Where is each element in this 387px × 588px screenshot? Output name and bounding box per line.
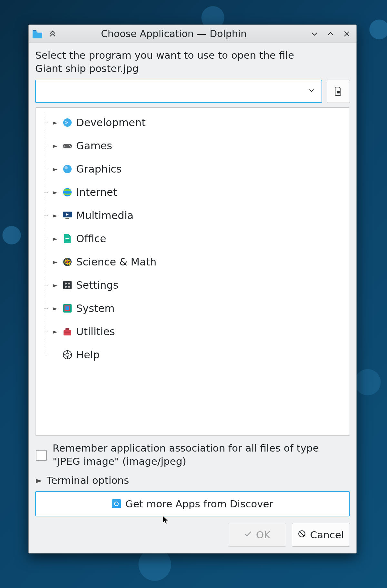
prompt-text: Select the program you want to use to op… — [35, 49, 350, 75]
expand-arrow-icon[interactable]: ► — [52, 234, 59, 243]
graphics-icon — [62, 164, 73, 174]
tree-item-label: Office — [76, 233, 106, 245]
dialog-button-row: OK Cancel — [35, 521, 350, 547]
svg-point-31 — [66, 353, 69, 356]
tree-branch — [43, 297, 48, 320]
svg-point-23 — [68, 286, 70, 288]
tree-item-development[interactable]: ► Development — [43, 111, 346, 134]
cancel-button[interactable]: Cancel — [292, 523, 350, 547]
application-input[interactable] — [40, 86, 306, 97]
window-title: Choose Application — Dolphin — [62, 28, 305, 39]
ok-label: OK — [256, 529, 271, 541]
svg-rect-19 — [63, 281, 72, 289]
ok-button: OK — [228, 523, 286, 547]
expand-arrow-icon[interactable]: ► — [52, 164, 59, 174]
get-more-apps-button[interactable]: Get more Apps from Discover — [35, 491, 350, 516]
expand-arrow-icon[interactable]: ► — [52, 257, 59, 266]
multimedia-icon — [62, 210, 73, 221]
svg-line-33 — [300, 532, 304, 536]
svg-rect-27 — [64, 330, 71, 335]
science-math-icon — [62, 256, 73, 267]
svg-point-18 — [66, 261, 68, 263]
tree-item-label: Internet — [76, 186, 117, 198]
terminal-options-label: Terminal options — [47, 474, 129, 486]
remember-association-row: Remember application association for all… — [35, 440, 350, 469]
application-combobox[interactable] — [35, 80, 322, 103]
svg-rect-13 — [65, 238, 69, 239]
discover-label: Get more Apps from Discover — [125, 498, 273, 510]
svg-point-7 — [63, 165, 72, 173]
keep-above-button[interactable] — [46, 27, 59, 40]
tree-item-label: Games — [76, 140, 112, 152]
tree-branch — [43, 204, 48, 227]
cancel-icon — [298, 530, 306, 540]
svg-point-20 — [65, 283, 67, 284]
tree-branch — [43, 320, 48, 343]
svg-rect-29 — [64, 332, 71, 333]
expand-arrow-icon[interactable]: ► — [52, 327, 59, 336]
expand-arrow-icon[interactable]: ► — [52, 118, 59, 127]
development-icon — [62, 117, 73, 128]
tree-branch — [43, 274, 48, 297]
tree-branch — [43, 181, 48, 204]
expand-placeholder — [52, 350, 59, 359]
tree-item-games[interactable]: ► Games — [43, 134, 346, 157]
tree-branch — [43, 134, 48, 157]
help-icon — [62, 349, 73, 360]
expand-arrow-icon[interactable]: ► — [52, 281, 59, 290]
svg-point-5 — [69, 145, 70, 146]
svg-point-8 — [64, 166, 68, 169]
app-folder-icon — [32, 29, 43, 38]
games-icon — [62, 140, 73, 151]
tree-item-utilities[interactable]: ► Utilities — [43, 320, 346, 343]
prompt-line1: Select the program you want to use to op… — [35, 49, 294, 61]
tree-branch — [43, 111, 48, 134]
tree-item-system[interactable]: ► System — [43, 297, 346, 320]
expand-arrow-icon[interactable]: ► — [52, 141, 59, 150]
tree-item-help[interactable]: Help — [43, 343, 346, 366]
terminal-options-expander[interactable]: ► Terminal options — [35, 474, 350, 487]
tree-item-label: Development — [76, 116, 145, 129]
svg-rect-28 — [65, 328, 69, 330]
utilities-icon — [62, 326, 73, 337]
tree-item-settings[interactable]: ► Settings — [43, 274, 346, 297]
svg-rect-26 — [65, 306, 69, 310]
file-open-icon — [334, 86, 343, 96]
system-icon — [62, 303, 73, 314]
application-category-tree[interactable]: ► Development ► Games ► G — [35, 107, 350, 436]
chevron-down-icon[interactable] — [306, 85, 317, 98]
choose-application-dialog: Choose Application — Dolphin Select the … — [28, 25, 357, 553]
maximize-button[interactable] — [324, 27, 337, 40]
tree-item-label: Utilities — [76, 325, 115, 338]
tree-item-graphics[interactable]: ► Graphics — [43, 157, 346, 181]
expand-arrow-icon[interactable]: ► — [52, 304, 59, 313]
tree-item-label: Multimedia — [76, 209, 134, 222]
prompt-filename: Giant ship poster.jpg — [35, 63, 139, 74]
tree-item-label: Help — [76, 349, 100, 361]
cancel-label: Cancel — [310, 529, 344, 541]
check-icon — [244, 530, 252, 540]
svg-point-21 — [68, 283, 70, 284]
svg-rect-2 — [337, 91, 340, 94]
minimize-button[interactable] — [308, 27, 321, 40]
tree-item-office[interactable]: ► Office — [43, 227, 346, 250]
internet-icon — [62, 187, 73, 198]
tree-item-label: System — [76, 302, 114, 314]
tree-item-internet[interactable]: ► Internet — [43, 181, 346, 204]
tree-item-label: Settings — [76, 279, 118, 291]
close-button[interactable] — [340, 27, 353, 40]
browse-file-button[interactable] — [327, 80, 350, 103]
office-icon — [62, 233, 73, 244]
tree-item-label: Science & Math — [76, 256, 156, 268]
svg-rect-14 — [65, 240, 69, 240]
remember-checkbox[interactable] — [36, 450, 47, 461]
tree-item-multimedia[interactable]: ► Multimedia — [43, 204, 346, 227]
tree-item-science-math[interactable]: ► Science & Math — [43, 250, 346, 274]
remember-label: Remember application association for all… — [53, 442, 349, 468]
discover-icon — [112, 499, 121, 508]
expand-arrow-icon[interactable]: ► — [52, 188, 59, 197]
tree-branch — [43, 157, 48, 181]
expand-arrow-icon[interactable]: ► — [52, 211, 59, 220]
svg-rect-11 — [65, 218, 69, 219]
svg-point-6 — [70, 146, 71, 147]
